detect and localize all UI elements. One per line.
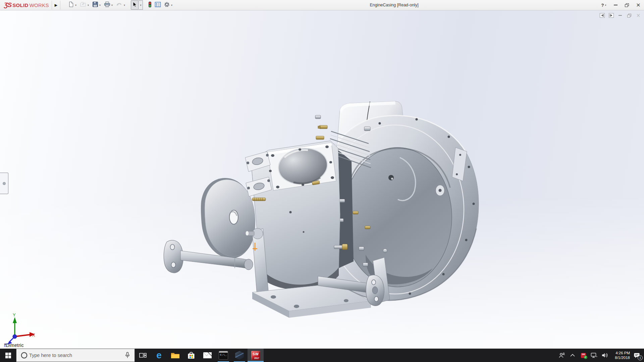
print-dropdown-icon[interactable]: ▾: [111, 4, 113, 7]
taskbar-solidworks[interactable]: SW 2017: [248, 349, 264, 362]
logo-solid-text: SOLID: [12, 2, 28, 8]
options-gear-icon: [164, 1, 170, 9]
document-window-controls: ×: [599, 13, 641, 18]
select-dropdown-icon: ▾: [140, 4, 142, 7]
undo-dropdown-icon[interactable]: ▾: [123, 4, 126, 7]
save-button[interactable]: ▾: [91, 1, 102, 9]
file-explorer-icon: [171, 352, 180, 359]
solidworks-monitor-icon: SW ✓: [581, 353, 586, 358]
doc-restore-button[interactable]: [626, 13, 632, 18]
solidworks-2017-icon: SW 2017: [251, 351, 260, 360]
quick-access-toolbar: ▾ ▾ ▾ ▾ ▾: [67, 0, 174, 10]
taskbar-store[interactable]: [183, 349, 199, 362]
command-prompt-icon: C:\_: [219, 351, 228, 360]
action-center-button[interactable]: 1: [633, 349, 641, 362]
cortana-circle-icon: [20, 352, 28, 359]
title-bar: ƷS SOLIDWORKS ▶ ▾ ▾ ▾: [0, 0, 644, 10]
taskbar-command-prompt[interactable]: C:\_: [215, 349, 231, 362]
people-button[interactable]: [558, 349, 566, 362]
graphics-viewport[interactable]: Y X Z × *Dimetric: [0, 10, 644, 349]
open-folder-icon: [80, 1, 87, 9]
windows-taskbar: e C:\_: [0, 349, 644, 362]
taskbar-file-explorer[interactable]: [167, 349, 183, 362]
volume-button[interactable]: [601, 349, 608, 362]
close-icon: ×: [636, 2, 640, 8]
taskbar-clock[interactable]: 4:26 PM 8/1/2018: [612, 351, 630, 360]
file-properties-icon: [155, 2, 161, 9]
open-button[interactable]: ▾: [79, 1, 91, 9]
open-dropdown-icon[interactable]: ▾: [87, 4, 90, 7]
options-dropdown-icon[interactable]: ▾: [170, 4, 173, 7]
panel-left-button[interactable]: [599, 13, 605, 18]
panel-right-button[interactable]: [608, 13, 614, 18]
help-dropdown-icon[interactable]: ▾: [604, 4, 607, 7]
select-dropdown-button[interactable]: ▾: [139, 0, 143, 10]
green-check-icon: ✓: [584, 356, 587, 359]
select-cursor-icon: [132, 2, 137, 9]
microphone-icon[interactable]: [124, 352, 130, 359]
clock-time: 4:26 PM: [612, 351, 630, 355]
notification-badge: 1: [638, 355, 643, 360]
undo-arrow-icon: [116, 1, 123, 9]
close-button[interactable]: ×: [633, 0, 644, 10]
people-icon: [558, 352, 565, 358]
undo-button[interactable]: ▾: [115, 1, 127, 9]
doc-minimize-icon: [619, 15, 622, 16]
taskbar-edge[interactable]: e: [151, 349, 167, 362]
windows-logo-icon: [5, 353, 11, 358]
restore-icon: [625, 3, 629, 7]
feature-manager-collapsed-tab[interactable]: [0, 173, 8, 194]
rebuild-button[interactable]: [147, 1, 153, 9]
taskbar-mail[interactable]: [199, 349, 215, 362]
taskbar-search[interactable]: [16, 349, 135, 362]
help-button[interactable]: ? ▾: [598, 0, 610, 10]
solidworks-logo: ƷS SOLIDWORKS: [4, 0, 49, 10]
restore-button[interactable]: [621, 0, 633, 10]
rebuild-traffic-light-icon: [148, 1, 152, 9]
document-title: EngineCasing [Read-only]: [370, 3, 418, 7]
speaker-icon: [601, 352, 608, 358]
taskbar-composer[interactable]: [231, 349, 248, 362]
system-tray: SW ✓ 4:26 PM 8/1/2018: [555, 349, 644, 362]
help-icon: ?: [601, 3, 604, 8]
ds-logo-mark: ƷS: [4, 1, 11, 9]
select-tool-button[interactable]: [131, 0, 139, 10]
printer-icon: [104, 1, 110, 9]
doc-close-icon: ×: [636, 13, 641, 18]
file-properties-button[interactable]: [154, 1, 162, 9]
view-orientation-label: *Dimetric: [4, 343, 24, 348]
menu-flyout-arrow-icon[interactable]: ▶: [52, 1, 60, 9]
save-floppy-icon: [92, 1, 98, 9]
doc-close-button[interactable]: ×: [635, 13, 641, 18]
minimize-button[interactable]: [610, 0, 621, 10]
search-input[interactable]: [28, 353, 124, 358]
doc-restore-icon: [627, 14, 631, 17]
options-button[interactable]: ▾: [163, 1, 174, 9]
new-dropdown-icon[interactable]: ▾: [74, 4, 77, 7]
solidworks-resource-monitor[interactable]: SW ✓: [580, 349, 587, 362]
edge-icon: e: [156, 351, 162, 360]
network-icon: [591, 352, 597, 358]
new-document-icon: [68, 1, 74, 9]
hexagon-app-icon: [235, 351, 244, 360]
clock-date: 8/1/2018: [612, 355, 630, 360]
task-view-icon: [139, 352, 147, 358]
chevron-up-icon: [570, 354, 575, 357]
store-icon: [187, 351, 196, 360]
mail-icon: [203, 352, 212, 359]
minimize-icon: [614, 5, 618, 5]
window-controls: ? ▾ ×: [598, 0, 644, 10]
engine-casing-geometry: [164, 101, 479, 318]
print-button[interactable]: ▾: [103, 1, 114, 9]
doc-minimize-button[interactable]: [617, 13, 623, 18]
triad-x-label: X: [32, 333, 35, 338]
start-button[interactable]: [0, 349, 16, 362]
logo-works-text: WORKS: [30, 2, 49, 8]
network-button[interactable]: [590, 349, 598, 362]
engine-casing-model[interactable]: Y X Z: [0, 0, 644, 362]
triad-y-label: Y: [13, 312, 16, 317]
task-view-button[interactable]: [135, 349, 151, 362]
save-dropdown-icon[interactable]: ▾: [99, 4, 101, 7]
tray-overflow-button[interactable]: [569, 349, 576, 362]
new-document-button[interactable]: ▾: [67, 1, 78, 9]
